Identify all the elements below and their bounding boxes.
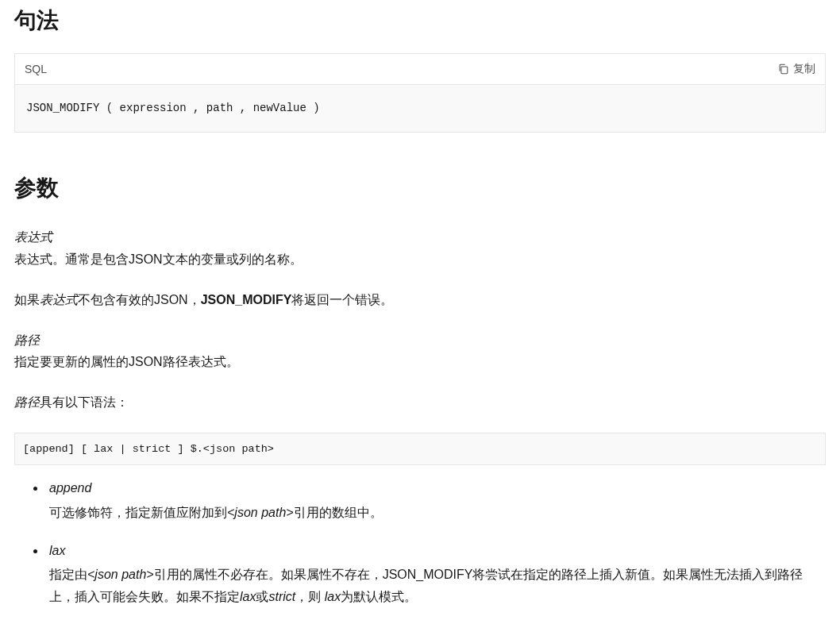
lax-desc-term: <json path> [87,568,154,581]
expression-block: 表达式 表达式。通常是包含JSON文本的变量或列的名称。 [14,226,826,269]
lax-desc-term-lax: lax [240,590,256,603]
expression-term: 表达式 [14,230,52,244]
expr-err-term: 表达式 [40,293,78,306]
lax-desc-mid: 引用的属性不必存在。如果属性不存在，JSON_MODIFY将尝试在指定的路径上插… [49,568,803,603]
lax-desc-term-strict: strict [268,590,295,603]
append-option-name: append [49,478,826,499]
copy-icon [778,64,789,75]
lax-desc-suffix: 为默认模式。 [341,590,417,603]
path-options-list: append 可选修饰符，指定新值应附加到<json path>引用的数组中。 … [46,478,826,607]
expression-error-block: 如果表达式不包含有效的JSON，JSON_MODIFY将返回一个错误。 [14,289,826,310]
code-language-label: SQL [25,60,47,78]
lax-desc-or: 或 [256,590,268,603]
path-syntax-intro-suffix: 具有以下语法： [40,395,129,409]
list-item: lax 指定由<json path>引用的属性不必存在。如果属性不存在，JSON… [46,541,826,607]
expr-err-suffix: 将返回一个错误。 [291,293,393,306]
copy-button-label: 复制 [793,62,815,76]
syntax-code-content: JSON_MODIFY ( expression , path , newVal… [15,85,825,131]
expr-err-func: JSON_MODIFY [201,293,292,306]
syntax-heading: 句法 [14,3,826,39]
syntax-code-block: SQL 复制 JSON_MODIFY ( expression , path ,… [14,53,826,133]
expr-err-prefix: 如果 [14,293,40,306]
lax-option-name: lax [49,541,826,561]
path-block: 路径 指定要更新的属性的JSON路径表达式。 [14,329,826,372]
lax-desc-term-lax2: lax [325,590,341,603]
lax-desc-then: ，则 [295,590,324,603]
path-syntax-code: [append] [ lax | strict ] $.<json path> [14,433,826,466]
expr-err-mid: 不包含有效的JSON， [78,293,201,306]
path-term: 路径 [14,333,40,347]
expression-desc: 表达式。通常是包含JSON文本的变量或列的名称。 [14,248,826,270]
list-item: append 可选修饰符，指定新值应附加到<json path>引用的数组中。 [46,478,826,523]
copy-button[interactable]: 复制 [778,62,815,76]
path-desc: 指定要更新的属性的JSON路径表达式。 [14,351,826,372]
append-desc-prefix: 可选修饰符，指定新值应附加到 [49,506,227,519]
params-heading: 参数 [14,171,826,206]
append-option-desc: 可选修饰符，指定新值应附加到<json path>引用的数组中。 [49,506,383,519]
lax-option-desc: 指定由<json path>引用的属性不必存在。如果属性不存在，JSON_MOD… [49,568,803,603]
append-desc-suffix: 引用的数组中。 [294,506,383,519]
code-header: SQL 复制 [15,54,825,85]
lax-desc-prefix: 指定由 [49,568,87,581]
append-desc-term: <json path> [227,506,294,519]
svg-rect-0 [781,67,788,74]
path-syntax-intro-term: 路径 [14,395,40,409]
path-syntax-intro-block: 路径具有以下语法： [14,391,826,413]
